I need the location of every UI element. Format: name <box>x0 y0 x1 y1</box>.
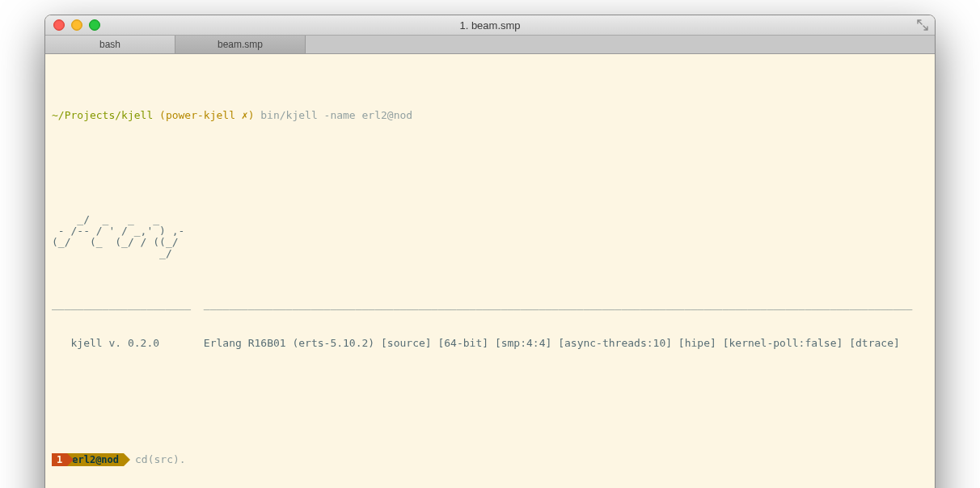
tab-beam[interactable]: beam.smp <box>175 36 306 53</box>
terminal-body[interactable]: ~/Projects/kjell (power-kjell ✗) bin/kje… <box>45 54 935 488</box>
titlebar: 1. beam.smp <box>45 15 935 36</box>
system-info: Erlang R16B01 (erts-5.10.2) [source] [64… <box>204 337 900 349</box>
banner-ascii: _/ _ _ _ - /-- / ' / _,' ) ,- (_/ (_ (_/… <box>52 214 928 259</box>
tab-label: beam.smp <box>218 39 263 50</box>
repl-command: cd(src). <box>135 453 186 466</box>
terminal-window: 1. beam.smp bash beam.smp ~/Projects/kje… <box>44 15 936 488</box>
banner-info: kjell v. 0.2.0 Erlang R16B01 (erts-5.10.… <box>52 337 928 350</box>
tab-bash[interactable]: bash <box>45 36 175 53</box>
banner-divider: ______________________ _________________… <box>52 298 928 311</box>
tab-bar: bash beam.smp <box>45 36 935 54</box>
close-icon[interactable] <box>53 19 65 31</box>
shell-prompt: ~/Projects/kjell (power-kjell ✗) bin/kje… <box>52 109 928 122</box>
minimize-icon[interactable] <box>71 19 82 31</box>
tab-label: bash <box>99 39 120 50</box>
app-version: kjell v. 0.2.0 <box>70 337 159 349</box>
fullscreen-icon[interactable] <box>917 19 928 31</box>
shell-command: bin/kjell -name erl2@nod <box>260 109 412 121</box>
chevron-right-icon <box>124 453 130 466</box>
window-title: 1. beam.smp <box>45 19 935 32</box>
chevron-right-icon <box>67 453 74 466</box>
zoom-icon[interactable] <box>89 19 100 31</box>
cwd: ~/Projects/kjell <box>52 109 153 121</box>
prompt-number: 1 <box>52 453 67 466</box>
git-branch <box>153 109 159 121</box>
repl-prompt-1: 1 erl2@nod cd(src). <box>52 453 928 466</box>
node-name: erl2@nod <box>67 453 124 466</box>
